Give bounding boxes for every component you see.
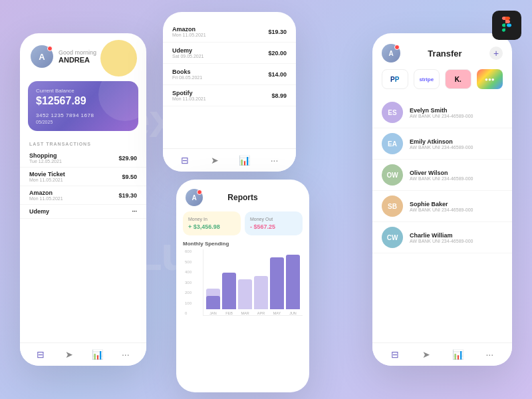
right-bottom-nav: ⊟ ➤ 📊 ··· <box>372 342 512 366</box>
contact-item-ow[interactable]: OW Oliver Wilson AW BANK UNI 234-46589-0… <box>372 160 512 191</box>
balance-card: Current Balance $12567.89 3452 1235 7894… <box>28 81 138 131</box>
money-out-card: Money Out - $567.25 <box>245 211 303 235</box>
transaction-item: Spotify Mon 11.03.2021 $8.99 <box>163 85 296 106</box>
transfer-phone: A Transfer + PP stripe K. ●●● ES Evelyn … <box>372 33 512 366</box>
nav-card-icon[interactable]: ⊟ <box>389 348 401 360</box>
reports-avatar: A <box>186 189 203 206</box>
card-number: 3452 1235 7894 1678 <box>36 112 130 118</box>
transaction-item: Shopping Tue 12.05.2021 $29.90 <box>20 149 146 168</box>
money-in-amount: + $3,456.98 <box>188 223 235 230</box>
balance-amount: $12567.89 <box>36 95 130 107</box>
nav-send-icon[interactable]: ➤ <box>209 154 221 166</box>
contact-item-sb[interactable]: SB Sophie Baker AW BANK UNI 234-46589-00… <box>372 191 512 222</box>
bar-mar: MAR <box>238 279 252 315</box>
nav-card-icon[interactable]: ⊟ <box>35 348 47 360</box>
contact-avatar-es: ES <box>382 102 403 123</box>
user-name: ANDREA <box>59 56 96 64</box>
balance-label: Current Balance <box>36 88 130 94</box>
bar-chart: 0 100 200 300 400 500 600 JAN FEB <box>203 249 303 316</box>
transaction-item: Udemy Sat 09.05.2021 $20.00 <box>163 43 296 64</box>
nav-send-icon[interactable]: ➤ <box>420 348 432 360</box>
nav-chart-icon[interactable]: 📊 <box>239 154 251 166</box>
nav-card-icon[interactable]: ⊟ <box>179 154 191 166</box>
bottom-nav: ⊟ ➤ 📊 ··· <box>20 342 146 366</box>
payment-logos: PP stripe K. ●●● <box>372 69 512 97</box>
transaction-item: Movie Ticket Mon 11.05.2021 $9.50 <box>20 168 146 186</box>
contact-item-ea[interactable]: EA Emily Atkinson AW BANK UNI 234-46589-… <box>372 128 512 160</box>
nav-send-icon[interactable]: ➤ <box>63 348 75 360</box>
contact-item-es[interactable]: ES Evelyn Smith AW BANK UNI 234-46589-00… <box>372 97 512 128</box>
greeting-label: Good morning <box>59 49 96 56</box>
avatar: A <box>31 45 53 68</box>
money-out-amount: - $567.25 <box>250 223 297 230</box>
transfer-avatar: A <box>382 44 400 63</box>
greeting-text: Good morning ANDREA <box>59 49 96 64</box>
transaction-item: Books Fri 08.05.2021 $14.00 <box>163 64 296 85</box>
bar-may: MAY <box>270 257 284 315</box>
nav-chart-icon[interactable]: 📊 <box>91 348 103 360</box>
notification-dot <box>47 46 53 51</box>
add-transfer-button[interactable]: + <box>489 47 503 60</box>
bar-jun: JUN <box>286 255 300 315</box>
reports-header: A Reports <box>176 180 309 211</box>
money-in-card: Money In + $3,456.98 <box>183 211 241 235</box>
bar-apr: APR <box>254 276 268 315</box>
figma-logo <box>492 11 521 40</box>
transfer-header: A Transfer + <box>372 33 512 69</box>
mid-top-phone: Amazon Mon 11.05.2021 $19.30 Udemy Sat 0… <box>163 12 296 172</box>
transactions-label: LAST TRANSACTIONS <box>20 136 146 149</box>
transaction-item: Udemy ··· <box>20 205 146 219</box>
transfer-title: Transfer <box>406 49 484 59</box>
bar-jan: JAN <box>206 289 220 315</box>
klarna-logo[interactable]: K. <box>445 69 471 89</box>
contact-avatar-cw: CW <box>382 227 403 248</box>
nav-more-icon[interactable]: ··· <box>120 348 132 360</box>
chart-section: Monthly Spending 0 100 200 300 400 500 6… <box>176 241 309 316</box>
contact-avatar-ow: OW <box>382 164 403 186</box>
multi-logo[interactable]: ●●● <box>477 69 503 89</box>
money-out-label: Money Out <box>250 217 297 221</box>
money-cards: Money In + $3,456.98 Money Out - $567.25 <box>176 211 309 241</box>
chart-title: Monthly Spending <box>183 241 303 247</box>
notification-dot <box>197 190 202 195</box>
reports-title: Reports <box>208 193 277 202</box>
mid-top-bottom-nav: ⊟ ➤ 📊 ··· <box>163 148 296 172</box>
y-axis-labels: 0 100 200 300 400 500 600 <box>185 249 192 315</box>
contact-avatar-sb: SB <box>382 196 403 217</box>
card-expiry: 05/2025 <box>36 120 130 124</box>
yellow-blob <box>100 40 137 76</box>
bar-feb: FEB <box>222 273 236 315</box>
nav-chart-icon[interactable]: 📊 <box>452 348 464 360</box>
transaction-item: Amazon Mon 11.05.2021 $19.30 <box>20 186 146 205</box>
contact-avatar-ea: EA <box>382 133 403 154</box>
stripe-logo[interactable]: stripe <box>414 69 440 89</box>
contact-item-cw[interactable]: CW Charlie William AW BANK UNI 234-46589… <box>372 222 512 253</box>
left-phone: A Good morning ANDREA Current Balance $1… <box>20 33 146 366</box>
transaction-item: Amazon Mon 11.05.2021 $19.30 <box>163 21 296 43</box>
money-in-label: Money In <box>188 217 235 221</box>
paypal-logo[interactable]: PP <box>382 69 408 89</box>
reports-phone: A Reports Money In + $3,456.98 Money Out… <box>176 180 309 392</box>
nav-more-icon[interactable]: ··· <box>269 154 281 166</box>
left-phone-top: A Good morning ANDREA <box>20 33 146 76</box>
nav-more-icon[interactable]: ··· <box>483 348 495 360</box>
notification-dot <box>394 45 400 50</box>
